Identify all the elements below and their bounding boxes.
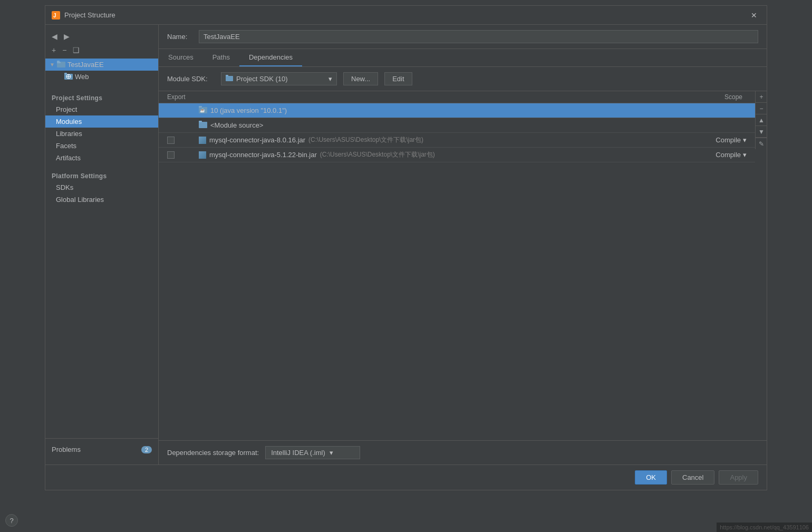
module-toolbar: + − ❑ xyxy=(45,44,158,59)
tree-item-web[interactable]: Web xyxy=(45,71,158,83)
help-button[interactable]: ? xyxy=(5,514,18,527)
bottom-bar: Dependencies storage format: IntelliJ ID… xyxy=(159,440,767,465)
dep-name-jdk10: ☕ 10 (java version "10.0.1") xyxy=(199,106,689,115)
dep-content: Module SDK: Project SDK (10) ▾ New... Ed… xyxy=(159,67,767,465)
dep-scope-mysql2[interactable]: Compile ▾ xyxy=(689,151,747,159)
forward-button[interactable]: ▶ xyxy=(62,31,72,42)
dep-checkbox-mysql2[interactable] xyxy=(167,151,175,159)
tree-child-label: Web xyxy=(75,73,89,81)
add-dep-button[interactable]: + xyxy=(756,91,767,103)
sdk-dropdown[interactable]: Project SDK (10) ▾ xyxy=(221,72,337,85)
dep-row-jdk10[interactable]: ☕ 10 (java version "10.0.1") xyxy=(159,103,755,118)
svg-text:J: J xyxy=(53,13,56,18)
web-folder-icon xyxy=(64,72,73,81)
dep-row-mysql1[interactable]: mysql-connector-java-8.0.16.jar (C:\User… xyxy=(159,133,755,148)
project-settings-header: Project Settings xyxy=(45,91,158,103)
dep-row-mysql2[interactable]: mysql-connector-java-5.1.22-bin.jar (C:\… xyxy=(159,148,755,162)
module-sdk-row: Module SDK: Project SDK (10) ▾ New... Ed… xyxy=(159,67,767,91)
format-dropdown[interactable]: IntelliJ IDEA (.iml) ▾ xyxy=(265,446,360,459)
svg-rect-6 xyxy=(64,73,67,74)
dep-name-module-source: <Module source> xyxy=(199,121,689,130)
remove-module-button[interactable]: − xyxy=(60,45,69,55)
tab-dependencies[interactable]: Dependencies xyxy=(239,49,302,66)
platform-settings-header: Platform Settings xyxy=(45,169,158,181)
app-icon: J xyxy=(52,11,60,20)
scope-dropdown-arrow-mysql1: ▾ xyxy=(743,136,747,144)
sidebar-item-project[interactable]: Project xyxy=(45,103,158,115)
close-button[interactable]: ✕ xyxy=(748,10,760,21)
module-source-icon xyxy=(199,121,207,130)
folder-sdk-icon xyxy=(226,75,233,83)
tab-sources[interactable]: Sources xyxy=(159,49,203,66)
svg-rect-13 xyxy=(199,106,202,108)
tabs-bar: Sources Paths Dependencies xyxy=(159,49,767,67)
sdk-label: Module SDK: xyxy=(167,75,215,83)
dialog-footer: OK Cancel Apply xyxy=(45,465,767,490)
svg-text:☕: ☕ xyxy=(200,108,205,113)
dep-checkbox-mysql1[interactable] xyxy=(167,137,175,144)
problems-badge: 2 xyxy=(141,446,152,453)
format-label: Dependencies storage format: xyxy=(167,449,259,457)
name-input[interactable] xyxy=(199,30,758,43)
svg-rect-11 xyxy=(226,75,228,76)
title-bar-left: J Project Structure xyxy=(52,11,115,20)
col-export-header: Export xyxy=(167,93,199,101)
scope-dropdown-arrow-mysql2: ▾ xyxy=(743,151,747,159)
move-down-dep-button[interactable]: ▼ xyxy=(756,126,767,138)
back-button[interactable]: ◀ xyxy=(50,31,60,42)
svg-rect-15 xyxy=(199,122,207,128)
sidebar-item-artifacts[interactable]: Artifacts xyxy=(45,152,158,164)
dep-export-mysql1 xyxy=(167,137,199,144)
edit-dep-button[interactable]: ✎ xyxy=(756,138,767,149)
dep-table-header: Export Scope xyxy=(159,91,767,103)
move-up-dep-button[interactable]: ▲ xyxy=(756,114,767,126)
main-panel: Name: Sources Paths Dependencies Module … xyxy=(159,25,767,465)
dep-name-mysql1: mysql-connector-java-8.0.16.jar (C:\User… xyxy=(199,136,689,144)
jdk-icon: ☕ xyxy=(199,106,207,115)
sidebar-item-libraries[interactable]: Libraries xyxy=(45,128,158,140)
problems-label: Problems xyxy=(52,446,81,453)
jar-icon-mysql2 xyxy=(199,151,206,159)
dep-export-mysql2 xyxy=(167,151,199,159)
sidebar-item-facets[interactable]: Facets xyxy=(45,140,158,152)
svg-rect-10 xyxy=(226,76,233,81)
sdk-value: Project SDK (10) xyxy=(236,75,288,83)
cancel-button[interactable]: Cancel xyxy=(671,470,714,485)
tree-section: + − ❑ ▼ TestJavaEE xyxy=(45,44,158,438)
name-label: Name: xyxy=(167,33,194,41)
remove-dep-button[interactable]: − xyxy=(756,103,767,114)
title-bar: J Project Structure ✕ xyxy=(45,6,767,25)
sdk-dropdown-arrow: ▾ xyxy=(328,75,332,83)
problems-section: Problems 2 xyxy=(45,438,158,460)
format-value: IntelliJ IDEA (.iml) xyxy=(271,449,325,457)
project-structure-dialog: J Project Structure ✕ ◀ ▶ + − ❑ xyxy=(45,5,767,490)
dep-rows-area: ☕ 10 (java version "10.0.1") xyxy=(159,103,767,440)
sidebar-item-modules[interactable]: Modules xyxy=(45,115,158,128)
tree-item-root[interactable]: ▼ TestJavaEE xyxy=(45,59,158,71)
add-module-button[interactable]: + xyxy=(50,45,58,55)
apply-button[interactable]: Apply xyxy=(719,470,758,485)
side-buttons: + − ▲ ▼ ✎ xyxy=(755,91,767,149)
edit-sdk-button[interactable]: Edit xyxy=(384,72,412,85)
tab-paths[interactable]: Paths xyxy=(203,49,239,66)
copy-module-button[interactable]: ❑ xyxy=(71,45,82,55)
folder-icon xyxy=(57,60,65,69)
svg-rect-4 xyxy=(57,61,60,62)
dep-name-mysql2: mysql-connector-java-5.1.22-bin.jar (C:\… xyxy=(199,150,689,159)
nav-toolbar: ◀ ▶ xyxy=(45,29,158,44)
title-text: Project Structure xyxy=(64,11,115,19)
svg-rect-16 xyxy=(199,121,202,122)
tree-arrow: ▼ xyxy=(50,62,55,67)
format-dropdown-arrow: ▾ xyxy=(330,449,333,457)
dep-scope-mysql1[interactable]: Compile ▾ xyxy=(689,136,747,144)
sidebar-item-sdks[interactable]: SDKs xyxy=(45,181,158,194)
dialog-body: ◀ ▶ + − ❑ ▼ xyxy=(45,25,767,465)
name-row: Name: xyxy=(159,25,767,49)
new-sdk-button[interactable]: New... xyxy=(343,72,378,85)
problems-item[interactable]: Problems 2 xyxy=(45,443,158,456)
jar-icon-mysql1 xyxy=(199,137,206,144)
sidebar-item-global-libraries[interactable]: Global Libraries xyxy=(45,194,158,206)
dep-row-module-source[interactable]: <Module source> xyxy=(159,118,755,133)
dep-table-wrapper: Export Scope xyxy=(159,91,767,440)
ok-button[interactable]: OK xyxy=(635,470,667,485)
